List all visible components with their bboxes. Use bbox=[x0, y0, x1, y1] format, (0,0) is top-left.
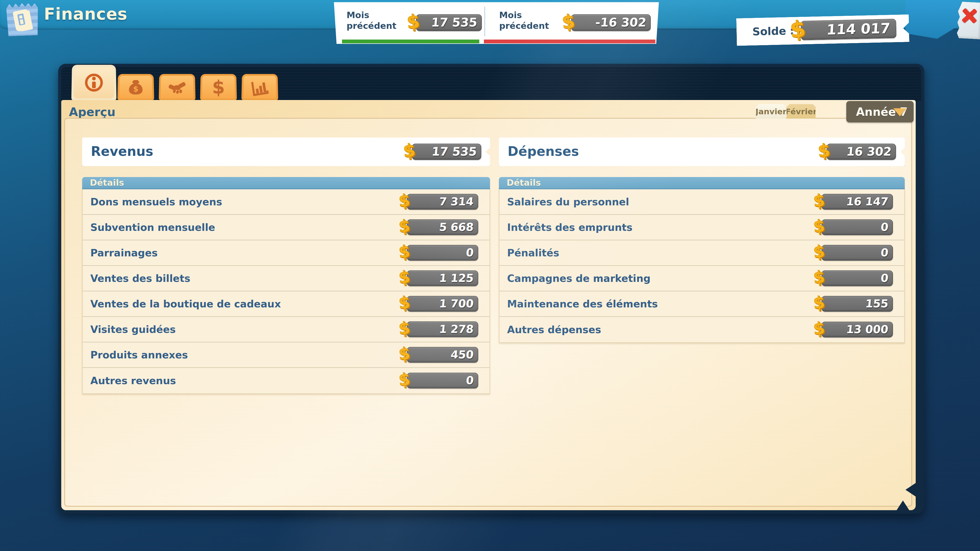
money-bag-icon: $ bbox=[127, 79, 144, 95]
row-value-pill: $ 0 bbox=[407, 245, 478, 261]
table-row: Ventes de la boutique de cadeaux $ 1 700 bbox=[83, 291, 490, 317]
gold-dollar-icon: $ bbox=[398, 292, 411, 313]
row-label: Subvention mensuelle bbox=[90, 222, 215, 233]
row-label: Ventes des billets bbox=[90, 273, 190, 284]
chevron-down-triangle-icon bbox=[893, 108, 907, 117]
row-value: 0 bbox=[880, 272, 889, 284]
prev-month-expense-value: -16 302 bbox=[595, 15, 647, 29]
month-button-janvier[interactable]: Janvier bbox=[756, 104, 786, 119]
row-value: 1 700 bbox=[439, 297, 474, 310]
gold-dollar-icon: $ bbox=[398, 241, 411, 262]
income-details-label: Détails bbox=[90, 178, 124, 188]
row-value-pill: $ 0 bbox=[821, 270, 893, 286]
dollar-icon: $ bbox=[212, 76, 225, 98]
expenses-total-pill: $ 16 302 bbox=[827, 144, 896, 160]
row-value-pill: $ 1 700 bbox=[407, 296, 478, 312]
table-row: Parrainages $ 0 bbox=[83, 240, 490, 266]
tab-donations[interactable]: $ bbox=[118, 74, 154, 100]
paper-right-notch bbox=[905, 483, 916, 497]
row-value: 0 bbox=[880, 246, 889, 259]
table-row: Autres dépenses $ 13 000 bbox=[500, 317, 904, 342]
row-label: Dons mensuels moyens bbox=[90, 196, 222, 208]
finances-window: $ $ bbox=[58, 64, 924, 514]
balance-value: 114 017 bbox=[826, 20, 891, 38]
gold-dollar-icon: $ bbox=[402, 140, 417, 162]
gold-dollar-icon: $ bbox=[817, 140, 832, 162]
table-row: Ventes des billets $ 1 125 bbox=[83, 266, 490, 291]
table-row: Pénalités $ 0 bbox=[500, 240, 904, 266]
row-label: Parrainages bbox=[90, 247, 158, 259]
year-dropdown[interactable]: Année 7 bbox=[846, 101, 914, 122]
row-value-pill: $ 450 bbox=[407, 347, 478, 363]
row-value-pill: $ 13 000 bbox=[821, 322, 893, 338]
row-label: Intérêts des emprunts bbox=[507, 222, 632, 233]
gold-dollar-icon: $ bbox=[813, 216, 826, 237]
gold-dollar-icon: $ bbox=[398, 344, 411, 364]
month-button-fevrier[interactable]: Février bbox=[787, 104, 816, 119]
table-row: Campagnes de marketing $ 0 bbox=[500, 266, 904, 291]
table-row: Salaires du personnel $ 16 147 bbox=[500, 189, 904, 215]
tab-charts[interactable] bbox=[242, 74, 278, 100]
balance-value-pill: $ 114 017 bbox=[800, 19, 897, 40]
income-title: Revenus bbox=[91, 144, 153, 159]
table-row: Intérêts des emprunts $ 0 bbox=[500, 215, 904, 240]
gold-dollar-icon: $ bbox=[813, 241, 826, 262]
expenses-title: Dépenses bbox=[508, 144, 579, 159]
paper-bottom-notch bbox=[896, 500, 910, 511]
row-value-pill: $ 0 bbox=[821, 219, 893, 235]
row-value: 1 125 bbox=[439, 272, 474, 284]
summary-divider bbox=[484, 6, 485, 36]
expenses-header-card: Dépenses $ 16 302 bbox=[499, 138, 905, 166]
row-value-pill: $ 5 668 bbox=[407, 219, 478, 235]
row-value-pill: $ 0 bbox=[821, 245, 893, 261]
gold-dollar-icon: $ bbox=[398, 267, 411, 288]
row-label: Autres revenus bbox=[90, 375, 176, 386]
row-value-pill: $ 1 125 bbox=[407, 270, 478, 286]
prev-month-income-value: 17 535 bbox=[431, 15, 478, 29]
row-value: 0 bbox=[466, 246, 474, 259]
income-indicator-bar bbox=[342, 40, 479, 43]
row-label: Produits annexes bbox=[90, 349, 188, 361]
panel-title: Aperçu bbox=[69, 105, 115, 119]
row-value: 0 bbox=[880, 221, 889, 233]
income-total-value: 17 535 bbox=[431, 144, 477, 159]
finances-screen: Finances Mois précédent $ 17 535 Mois pr… bbox=[0, 0, 980, 551]
gold-dollar-icon: $ bbox=[789, 16, 807, 43]
expenses-details-label: Détails bbox=[507, 178, 541, 188]
expenses-details-header: Détails bbox=[499, 177, 905, 189]
prev-month-income-label: Mois précédent bbox=[347, 10, 408, 31]
close-button[interactable] bbox=[956, 2, 980, 40]
expenses-details-list: Détails Salaires du personnel $ 16 147 I… bbox=[499, 177, 905, 343]
prev-month-expense-label: Mois précédent bbox=[499, 10, 560, 31]
balance-ribbon bbox=[905, 0, 960, 39]
income-total-pill: $ 17 535 bbox=[412, 144, 481, 160]
bar-chart-icon bbox=[251, 78, 269, 97]
row-label: Visites guidées bbox=[90, 324, 176, 335]
gold-dollar-icon: $ bbox=[813, 318, 826, 339]
row-label: Maintenance des éléments bbox=[507, 298, 658, 310]
row-label: Pénalités bbox=[507, 247, 559, 259]
income-details-header: Détails bbox=[82, 177, 490, 189]
tab-finance-dollar[interactable]: $ bbox=[200, 74, 237, 100]
table-row: Produits annexes $ 450 bbox=[83, 342, 490, 368]
row-value-pill: $ 7 314 bbox=[407, 194, 478, 210]
row-value-pill: $ 16 147 bbox=[821, 194, 893, 210]
row-value: 13 000 bbox=[846, 323, 889, 336]
row-value-pill: $ 0 bbox=[407, 373, 478, 389]
table-row: Maintenance des éléments $ 155 bbox=[500, 291, 904, 317]
row-value: 450 bbox=[450, 348, 474, 361]
table-row: Visites guidées $ 1 278 bbox=[83, 317, 490, 342]
tab-overview[interactable] bbox=[71, 65, 116, 101]
table-row: Autres revenus $ 0 bbox=[83, 368, 490, 393]
row-label: Salaires du personnel bbox=[507, 196, 629, 208]
row-value-pill: $ 1 278 bbox=[407, 321, 478, 337]
tab-sponsors[interactable] bbox=[159, 74, 196, 100]
row-label: Autres dépenses bbox=[507, 324, 601, 335]
gold-dollar-icon: $ bbox=[561, 10, 576, 33]
row-value: 1 278 bbox=[439, 323, 474, 335]
gold-dollar-icon: $ bbox=[406, 10, 421, 33]
info-icon bbox=[84, 73, 104, 93]
row-value: 0 bbox=[466, 374, 474, 387]
prev-month-expense-value-pill: $ -16 302 bbox=[571, 14, 651, 31]
income-header-card: Revenus $ 17 535 bbox=[82, 138, 490, 166]
